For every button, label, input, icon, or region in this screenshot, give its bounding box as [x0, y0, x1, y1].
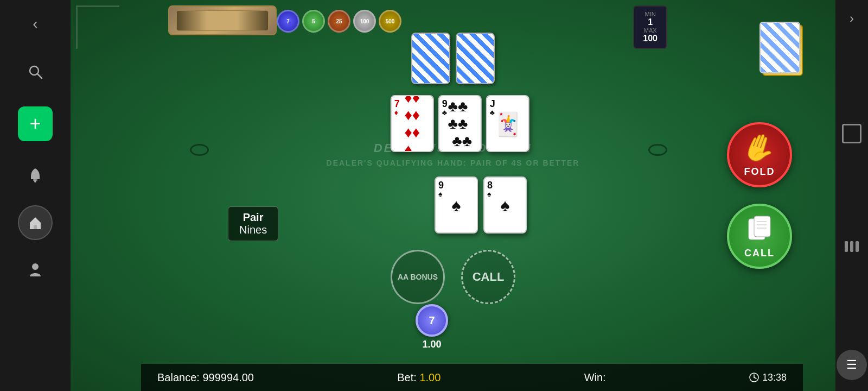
- svg-rect-4: [34, 225, 37, 229]
- win-display: Win:: [584, 371, 606, 384]
- table-subtext: DEALER'S QUALIFYING HAND: PAIR OF 4S OR …: [327, 159, 580, 167]
- right-controls: ✋ FOLD CALL: [692, 0, 835, 391]
- hand-type: Nines: [239, 224, 267, 236]
- back-button[interactable]: ‹: [22, 11, 48, 37]
- svg-point-3: [34, 180, 36, 182]
- player-cards: 9 ♠ ♠ 8 ♠ ♠: [435, 176, 527, 234]
- chip-100[interactable]: 100: [353, 10, 376, 33]
- bell-icon[interactable]: [22, 163, 48, 189]
- bet-value: 1.00: [419, 371, 441, 383]
- community-cards: 7 ♦ ♦♦♦♦♦♦♦ 9 ♣ ♣♣♣♣♣♣ ♣♣ ♣ J ♣ 🃏: [391, 95, 529, 152]
- player-card-2: 8 ♠ ♠: [483, 176, 527, 234]
- search-icon[interactable]: [22, 59, 48, 85]
- dealer-card-2: [456, 33, 495, 84]
- corner-decoration: [76, 5, 119, 49]
- min-max-display: MIN 1 MAX 100: [633, 5, 667, 49]
- player-chip-area: 7 1.00: [416, 304, 448, 350]
- card-rank: 8: [487, 180, 523, 190]
- square-icon: [842, 124, 861, 143]
- call-button[interactable]: CALL: [727, 204, 792, 269]
- aa-bonus-circle[interactable]: AA BONUS: [391, 250, 445, 304]
- bet-label: Bet:: [397, 371, 417, 383]
- profile-icon[interactable]: [22, 256, 48, 282]
- call-label: CALL: [744, 248, 775, 259]
- card-center: ♦♦♦♦♦♦♦: [405, 95, 420, 152]
- chip-25[interactable]: 25: [328, 10, 350, 33]
- community-card-3: J ♣ 🃏: [486, 95, 529, 152]
- player-chip-token: 7: [416, 304, 448, 337]
- add-button[interactable]: +: [18, 106, 53, 141]
- bottom-bar: Balance: 999994.00 Bet: 1.00 Win: 13:38: [141, 364, 803, 391]
- call-circle-label: CALL: [473, 270, 505, 284]
- oval-marker-right: [648, 144, 667, 156]
- card-rank: J: [490, 99, 526, 109]
- min-value: 1: [643, 17, 658, 27]
- balance-value: 999994.00: [202, 371, 254, 383]
- dealer-cards: [411, 33, 495, 84]
- chip-500[interactable]: 500: [379, 10, 401, 33]
- betting-area: AA BONUS CALL: [391, 250, 515, 304]
- card-center: ♠: [501, 195, 510, 215]
- chip-value: 1.00: [422, 339, 441, 350]
- chip-number: 7: [429, 314, 435, 327]
- oval-marker-left: [190, 144, 209, 156]
- svg-line-13: [754, 377, 756, 379]
- chip-7[interactable]: 7: [277, 10, 299, 33]
- fold-button[interactable]: ✋ FOLD: [727, 122, 792, 187]
- svg-point-5: [32, 263, 39, 270]
- game-area: 7 5 25 100 500 MIN 1 MAX 100 DEALER'S HO…: [71, 0, 835, 391]
- fold-hand-icon: ✋: [738, 128, 781, 169]
- back-right-button[interactable]: ›: [850, 11, 854, 26]
- card-center: ♣♣♣♣♣♣ ♣♣ ♣: [448, 95, 473, 152]
- chip-5[interactable]: 5: [302, 10, 325, 33]
- home-button[interactable]: [18, 205, 53, 240]
- time-value: 13:38: [762, 372, 787, 383]
- max-value: 100: [643, 34, 658, 43]
- hand-result: Pair Nines: [228, 206, 278, 241]
- bet-display: Bet: 1.00: [397, 371, 441, 384]
- pause-icon: [845, 241, 859, 252]
- max-label: MAX: [643, 27, 658, 34]
- balance-label: Balance:: [157, 371, 200, 383]
- community-card-1: 7 ♦ ♦♦♦♦♦♦♦: [391, 95, 434, 152]
- dealer-card-1: [411, 33, 450, 84]
- svg-rect-7: [754, 216, 770, 237]
- card-rank: 9: [438, 180, 474, 190]
- chip-roll: [168, 5, 277, 35]
- player-card-1: 9 ♠ ♠: [435, 176, 478, 234]
- svg-line-1: [37, 74, 42, 78]
- balance-display: Balance: 999994.00: [157, 371, 254, 384]
- min-label: MIN: [643, 11, 658, 17]
- menu-button[interactable]: ☰: [837, 350, 867, 380]
- chip-stacks: 7 5 25 100 500: [277, 0, 401, 33]
- win-label: Win:: [584, 371, 606, 383]
- clock-icon: [749, 373, 759, 382]
- right-edge: › ☰: [835, 0, 868, 391]
- community-card-2: 9 ♣ ♣♣♣♣♣♣ ♣♣ ♣: [438, 95, 482, 152]
- time-display: 13:38: [749, 372, 787, 383]
- hand-name: Pair: [239, 211, 267, 224]
- left-sidebar: ‹ +: [0, 0, 71, 391]
- call-circle[interactable]: CALL: [461, 250, 515, 304]
- call-cards-icon: [746, 213, 773, 245]
- card-center: ♠: [452, 195, 461, 215]
- aa-bonus-label: AA BONUS: [398, 272, 438, 282]
